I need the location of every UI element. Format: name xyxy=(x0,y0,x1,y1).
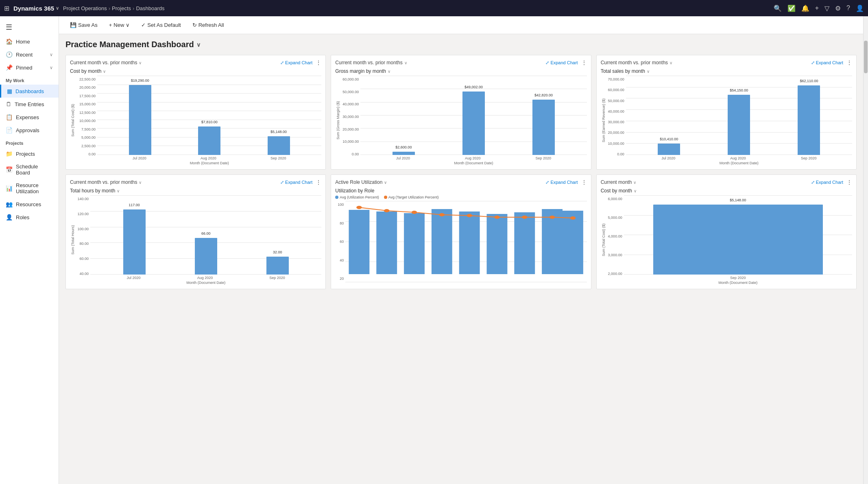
refresh-all-button[interactable]: ↻ Refresh All xyxy=(188,20,229,31)
sidebar-item-projects[interactable]: 📁 Projects xyxy=(0,147,59,160)
chart-actions-5: ⤢ Expand Chart ⋮ xyxy=(545,179,587,185)
sidebar-item-approvals[interactable]: 📄 Approvals xyxy=(0,124,59,137)
more-options-3[interactable]: ⋮ xyxy=(846,59,852,66)
expand-chart-4[interactable]: ⤢ Expand Chart xyxy=(280,180,312,185)
more-options-1[interactable]: ⋮ xyxy=(316,59,321,66)
chart-current-month-cost: Current month ∨ ⤢ Expand Chart ⋮ Cost by… xyxy=(596,174,857,289)
legend-label-util: Avg (Utilization Percent) xyxy=(340,195,379,199)
bar-item-1-2: $7,810.00 xyxy=(198,126,220,155)
x-labels-1: Jul 2020 Aug 2020 Sep 2020 xyxy=(97,155,321,160)
chart-subtitle-text-4: Total hours by month xyxy=(70,188,115,194)
sidebar-item-resources[interactable]: 👥 Resources xyxy=(0,198,59,211)
bars-container-2: $2,600.00 $49,002.00 $42,820.00 xyxy=(360,76,587,155)
chart-header-chevron-4[interactable]: ∨ xyxy=(139,180,142,185)
sidebar-item-pinned[interactable]: 📌 Pinned ∨ xyxy=(0,61,59,74)
x-labels-2: Jul 2020 Aug 2020 Sep 2020 xyxy=(360,155,587,160)
chart-header-label-1: Current month vs. prior months xyxy=(70,60,137,65)
dashboard-title-chevron[interactable]: ∨ xyxy=(196,41,201,48)
chart-header-chevron-3[interactable]: ∨ xyxy=(670,61,672,65)
bar-4-2 xyxy=(195,238,217,275)
chart-title-2: Current month vs. prior months ∨ xyxy=(335,60,407,65)
chart-header-chevron-5[interactable]: ∨ xyxy=(384,180,387,185)
search-icon[interactable]: 🔍 xyxy=(774,4,782,12)
filter-icon[interactable]: ▽ xyxy=(824,4,829,12)
hamburger-menu[interactable]: ☰ xyxy=(0,20,59,35)
save-as-button[interactable]: 💾 Save As xyxy=(65,20,102,31)
sidebar-item-expenses[interactable]: 📋 Expenses xyxy=(0,111,59,124)
x-label-3-3: Sep 2020 xyxy=(801,156,817,160)
settings-icon[interactable]: ⚙ xyxy=(835,4,841,12)
sidebar-item-schedule-board[interactable]: 📅 Schedule Board xyxy=(0,160,59,179)
chart-body-5: 10080604020 xyxy=(335,201,587,282)
sidebar-item-home[interactable]: 🏠 Home xyxy=(0,35,59,48)
bell-icon[interactable]: 🔔 xyxy=(801,4,809,12)
expand-chart-2[interactable]: ⤢ Expand Chart xyxy=(545,60,578,65)
x-labels-4: Jul 2020 Aug 2020 Sep 2020 xyxy=(90,275,321,280)
breadcrumb-dashboards[interactable]: Dashboards xyxy=(136,5,164,11)
more-options-4[interactable]: ⋮ xyxy=(316,179,321,185)
chart-header-chevron-2[interactable]: ∨ xyxy=(404,61,407,65)
sidebar-item-roles[interactable]: 👤 Roles xyxy=(0,211,59,224)
brand[interactable]: Dynamics 365 ∨ xyxy=(13,5,59,12)
scrollbar[interactable] xyxy=(863,16,868,484)
svg-point-16 xyxy=(550,216,555,219)
expand-chart-5[interactable]: ⤢ Expand Chart xyxy=(545,180,578,185)
chart-subtitle-chevron-4[interactable]: ∨ xyxy=(117,189,120,193)
sidebar-item-dashboards[interactable]: ▦ Dashboards xyxy=(0,85,59,98)
chart-total-sales: Current month vs. prior months ∨ ⤢ Expan… xyxy=(596,55,857,170)
chart-header-2: Current month vs. prior months ∨ ⤢ Expan… xyxy=(335,59,587,66)
chart-subtitle-chevron-1[interactable]: ∨ xyxy=(103,69,106,74)
bar-val-4-2: 66.00 xyxy=(201,231,211,235)
sidebar-item-time-entries[interactable]: 🗒 Time Entries xyxy=(0,98,59,111)
expand-chart-6[interactable]: ⤢ Expand Chart xyxy=(811,180,843,185)
y-axis-title-3: Sum (Earned Revenue) ($) xyxy=(601,76,606,165)
scroll-thumb[interactable] xyxy=(864,41,868,73)
bar-3-3 xyxy=(798,85,820,155)
refresh-all-label: Refresh All xyxy=(198,22,224,28)
chart-subtitle-chevron-3[interactable]: ∨ xyxy=(647,69,650,74)
brand-chevron[interactable]: ∨ xyxy=(56,6,59,11)
breadcrumb-projects[interactable]: Projects xyxy=(112,5,131,11)
more-options-6[interactable]: ⋮ xyxy=(846,179,852,185)
chart-header-chevron-1[interactable]: ∨ xyxy=(139,61,142,65)
x-label-4-2: Aug 2020 xyxy=(197,276,213,280)
svg-point-15 xyxy=(522,216,528,219)
sidebar-label-resource-util: Resource Utilization xyxy=(16,182,53,194)
chart-plot-5 xyxy=(345,201,587,282)
help-icon[interactable]: ? xyxy=(846,4,850,12)
expand-chart-1[interactable]: ⤢ Expand Chart xyxy=(280,60,312,65)
chart-subtitle-chevron-2[interactable]: ∨ xyxy=(388,69,390,74)
sidebar-item-resource-utilization[interactable]: 📊 Resource Utilization xyxy=(0,179,59,198)
legend-item-util: Avg (Utilization Percent) xyxy=(335,195,379,199)
app-grid-icon[interactable]: ⊞ xyxy=(4,4,9,12)
svg-rect-5 xyxy=(487,214,508,274)
bar-val-3-2: $54,150.00 xyxy=(730,88,748,92)
x-title-4: Month (Document Date) xyxy=(90,281,321,285)
plus-icon[interactable]: + xyxy=(815,4,819,12)
pinned-icon: 📌 xyxy=(6,64,13,71)
bar-item-4-1: 117.00 xyxy=(123,209,146,275)
chart-header-chevron-6[interactable]: ∨ xyxy=(633,180,636,185)
sidebar-label-schedule: Schedule Board xyxy=(16,164,53,176)
chart-subtitle-chevron-6[interactable]: ∨ xyxy=(634,189,637,193)
check-icon[interactable]: ✅ xyxy=(787,4,796,12)
bar-1-3 xyxy=(268,136,290,155)
bar-2-2 xyxy=(462,92,485,155)
sidebar-item-recent[interactable]: 🕐 Recent ∨ xyxy=(0,48,59,61)
bar-val-2-2: $49,002.00 xyxy=(465,85,483,89)
y-axis-2: 60,000.0050,000.0040,000.0030,000.0020,0… xyxy=(340,76,360,165)
recent-chevron: ∨ xyxy=(50,52,53,57)
set-default-button[interactable]: ✓ Set As Default xyxy=(137,20,185,31)
y-axis-title-4: Sum (Total Hours) xyxy=(70,195,75,285)
new-label: New xyxy=(113,22,124,28)
more-options-2[interactable]: ⋮ xyxy=(581,59,587,66)
chart-active-role-utilization: Active Role Utilization ∨ ⤢ Expand Chart… xyxy=(331,174,591,289)
expand-chart-3[interactable]: ⤢ Expand Chart xyxy=(811,60,843,65)
more-options-5[interactable]: ⋮ xyxy=(581,179,587,185)
chart-actions-4: ⤢ Expand Chart ⋮ xyxy=(280,179,321,185)
bar-item-4-3: 32.00 xyxy=(266,257,289,275)
chart-subtitle-text-3: Total sales by month xyxy=(601,68,645,74)
chart-subtitle-6: Cost by month ∨ xyxy=(601,188,852,194)
user-icon[interactable]: 👤 xyxy=(856,4,864,12)
new-button[interactable]: + New ∨ xyxy=(105,20,135,31)
